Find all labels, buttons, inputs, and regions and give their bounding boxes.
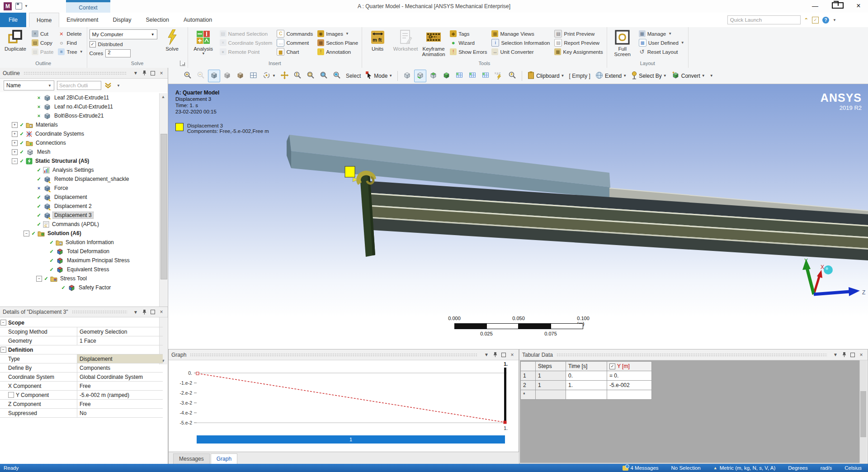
tree-item-force[interactable]: ×Force	[0, 184, 159, 193]
select-edge-icon[interactable]	[414, 70, 426, 82]
analysis-button[interactable]: Analysis▼	[190, 28, 217, 56]
details-row-define-by[interactable]: Define ByComponents	[0, 363, 163, 373]
panel-grip[interactable]	[72, 310, 127, 314]
tree-item-maximum-principal-stress[interactable]: ✓Maximum Principal Stress	[0, 256, 159, 265]
data-cell[interactable]	[607, 390, 652, 400]
expand-icon[interactable]: +	[12, 131, 18, 137]
data-cell[interactable]: 1.	[566, 381, 607, 390]
delete-button[interactable]: ×Delete	[57, 29, 84, 38]
name-filter-select[interactable]: Name▼	[4, 80, 54, 90]
details-value[interactable]: -5.e-002 m (ramped)	[77, 391, 163, 399]
tree-item-displacement-2[interactable]: ✓Displacement 2	[0, 202, 159, 211]
select-face-icon[interactable]	[427, 70, 439, 82]
magnifier-lightning-icon[interactable]	[506, 70, 519, 82]
options-checkbox-icon[interactable]: ✓	[812, 17, 819, 24]
tree-item-safety-factor[interactable]: ✓Safety Factor	[0, 283, 159, 292]
tree-item-materials[interactable]: +✓Materials	[0, 120, 159, 129]
details-value[interactable]: Geometry Selection	[77, 327, 163, 336]
collapse-icon[interactable]: −	[0, 347, 6, 353]
tree-item-mesh[interactable]: +✓Mesh	[0, 147, 159, 156]
viewports-icon[interactable]	[247, 70, 259, 82]
unit-converter-button[interactable]: ↔Unit Converter	[490, 47, 551, 56]
details-row-suppressed[interactable]: SuppressedNo	[0, 409, 163, 418]
section-plane-button[interactable]: ▦Section Plane	[316, 38, 359, 47]
data-cell[interactable]: 0.	[566, 371, 607, 381]
tree-item-analysis-settings[interactable]: ✓Analysis Settings	[0, 165, 159, 175]
details-value[interactable]: 1 Face	[77, 336, 163, 345]
details-value[interactable]: Free	[77, 400, 163, 408]
zoom-fit-icon[interactable]	[318, 70, 330, 82]
time-cursor[interactable]	[504, 368, 506, 423]
select-by-dropdown[interactable]: Select By▼	[629, 70, 669, 82]
data-cell[interactable]: 1	[536, 381, 566, 390]
show-mesh-icon[interactable]	[234, 70, 246, 82]
graph-maximize-icon[interactable]	[500, 351, 507, 359]
details-value[interactable]: No	[77, 409, 163, 417]
details-value[interactable]: Free	[77, 382, 163, 390]
ribbon-collapse-icon[interactable]: ⌃	[804, 17, 808, 23]
expand-all-icon[interactable]	[104, 82, 114, 89]
tags-button[interactable]: ◆Tags	[448, 29, 488, 38]
tabular-header-y-m-[interactable]: ✓Y [m]	[607, 362, 652, 371]
remote-point-button[interactable]: ●Remote Point	[218, 47, 274, 56]
wizard-button[interactable]: ●Wizard	[448, 38, 488, 47]
details-row-coordinate-system[interactable]: Coordinate SystemGlobal Coordinate Syste…	[0, 373, 163, 382]
tree-button[interactable]: ≡Tree▼	[57, 47, 84, 56]
duplicate-button[interactable]: Duplicate	[2, 28, 28, 52]
status-rad-s[interactable]: rad/s	[821, 465, 832, 471]
tab-selection[interactable]: Selection	[139, 13, 176, 27]
select-mode-dropdown[interactable]: Mode▼	[363, 70, 394, 82]
tab-automation[interactable]: Automation	[176, 13, 219, 27]
details-row-z-component[interactable]: Z ComponentFree	[0, 400, 163, 409]
expand-icon[interactable]: +	[12, 149, 18, 155]
user-defined-button[interactable]: ▦User Defined▼	[637, 38, 686, 47]
details-row-geometry[interactable]: Geometry1 Face	[0, 336, 163, 345]
select-vertex-icon[interactable]	[401, 70, 413, 82]
row-header-cell[interactable]: *	[521, 390, 536, 400]
quick-access-dropdown-icon[interactable]: ▼	[24, 4, 28, 8]
show-errors-button[interactable]: !Show Errors	[448, 47, 488, 56]
orientation-triad[interactable]: Y X Z	[781, 257, 868, 307]
graph-pin-icon[interactable]	[491, 351, 499, 359]
tree-item-equivalent-stress[interactable]: ✓Equivalent Stress	[0, 265, 159, 274]
pan-icon[interactable]	[278, 70, 291, 82]
coordinate-system-button[interactable]: ×Coordinate System	[218, 38, 274, 47]
details-row-type[interactable]: TypeDisplacement	[0, 354, 163, 363]
row-header-cell[interactable]: 1	[521, 371, 536, 381]
full-screen-button[interactable]: Full Screen	[609, 28, 636, 57]
collapse-icon[interactable]: −	[24, 231, 29, 236]
tab-graph[interactable]: Graph	[211, 453, 237, 464]
status-4-messages[interactable]: 4 Messages	[623, 465, 659, 471]
reset-layout-button[interactable]: ↺Reset Layout	[637, 47, 686, 56]
extend-limits-icon[interactable]	[467, 70, 479, 82]
tabular-header-row[interactable]	[521, 362, 536, 371]
rotate-icon[interactable]: ▼	[260, 70, 278, 82]
convert-dropdown[interactable]: Convert▼	[670, 70, 707, 82]
more-options-dropdown[interactable]: ▼	[708, 72, 715, 79]
tree-item-leaf-no-4-cut-extrude11[interactable]: ×Leaf no.4\Cut-Extrude11	[0, 102, 159, 111]
annotation-button[interactable]: !Annotation	[316, 47, 359, 56]
xyz-coordinates-icon[interactable]: x,y,z	[493, 70, 505, 82]
details-row-y-component[interactable]: Y Component-5.e-002 m (ramped)	[0, 391, 163, 400]
shaded-exterior-icon[interactable]	[208, 70, 220, 82]
details-dropdown-icon[interactable]: ▼	[132, 308, 139, 316]
status-no-selection[interactable]: No Selection	[671, 465, 701, 471]
wireframe-icon[interactable]	[221, 70, 233, 82]
zoom-in-icon[interactable]	[182, 70, 194, 82]
data-cell[interactable]: -5.e-002	[607, 381, 652, 390]
data-cell[interactable]	[536, 390, 566, 400]
quick-launch-input[interactable]	[727, 15, 801, 24]
graph-dropdown-icon[interactable]: ▼	[483, 351, 490, 359]
tree-options-dropdown-icon[interactable]: ▼	[117, 84, 120, 88]
outline-maximize-icon[interactable]	[149, 70, 156, 77]
clipboard-dropdown[interactable]: Clipboard▼	[525, 70, 566, 82]
help-icon[interactable]: ?	[822, 17, 829, 24]
y-column-checkbox[interactable]: ✓	[609, 363, 615, 369]
collapse-icon[interactable]: −	[12, 158, 18, 164]
tree-item-bolt-boss-extrude21[interactable]: ×Bolt\Boss-Extrude21	[0, 111, 159, 120]
collapse-icon[interactable]: −	[36, 276, 42, 282]
outline-close-icon[interactable]: ×	[158, 70, 165, 77]
details-section-scope[interactable]: −Scope	[0, 318, 163, 327]
paste-button[interactable]: ▤Paste	[30, 47, 55, 56]
tree-item-remote-displacement-shackle[interactable]: ✓Remote Displacement_shackle	[0, 175, 159, 184]
